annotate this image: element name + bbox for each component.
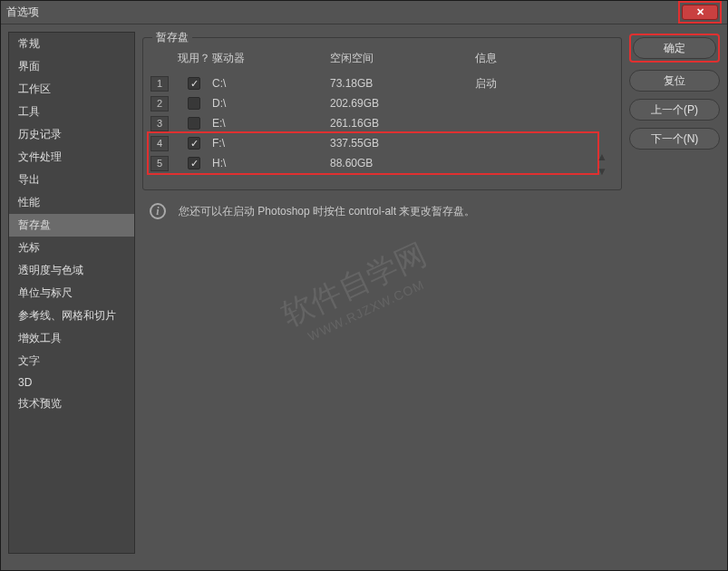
row-drive: E:\ [212,117,330,130]
sidebar-item-performance[interactable]: 性能 [9,191,134,214]
sidebar-item-tools[interactable]: 工具 [9,101,134,123]
reset-button[interactable]: 复位 [629,70,720,92]
ok-highlight: 确定 [629,34,720,63]
window-title: 首选项 [6,5,678,20]
ok-button[interactable]: 确定 [633,37,716,59]
table-header: 现用？ 驱动器 空闲空间 信息 [150,47,614,73]
row-checkbox[interactable] [188,117,200,130]
info-icon: i [150,203,166,219]
table-row[interactable]: 1 C:\ 73.18GB 启动 [150,73,614,93]
row-free: 73.18GB [330,77,475,90]
table-row[interactable]: 2 D:\ 202.69GB [150,93,614,113]
row-free: 261.16GB [330,117,475,130]
hint-text: 您还可以在启动 Photoshop 时按住 control-alt 来更改暂存盘… [179,204,475,219]
sidebar-item-workspace[interactable]: 工作区 [9,78,134,101]
row-drive: F:\ [212,137,330,150]
row-index: 2 [150,96,169,111]
close-button[interactable] [682,5,718,20]
sidebar-item-transparency[interactable]: 透明度与色域 [9,259,134,282]
row-drive: D:\ [212,97,330,110]
sidebar-item-plugins[interactable]: 增效工具 [9,327,134,350]
col-active: 现用？ [176,51,212,66]
sidebar-item-export[interactable]: 导出 [9,169,134,191]
titlebar: 首选项 [1,1,727,24]
sidebar-item-general[interactable]: 常规 [9,33,134,55]
watermark: 软件自学网 WWW.RJZXW.COM [271,231,488,448]
row-drive: C:\ [212,77,330,90]
content-area: 暂存盘 现用？ 驱动器 空闲空间 信息 1 [135,32,629,554]
row-drive: H:\ [212,157,330,169]
sidebar-item-history[interactable]: 历史记录 [9,123,134,146]
row-free: 202.69GB [330,97,475,110]
sidebar-item-cursors[interactable]: 光标 [9,237,134,259]
row-checkbox[interactable] [188,157,200,169]
button-panel: 确定 复位 上一个(P) 下一个(N) [629,32,720,554]
col-free: 空闲空间 [330,51,475,66]
row-index: 4 [150,136,169,151]
sidebar-item-units[interactable]: 单位与标尺 [9,282,134,305]
sidebar-item-guides[interactable]: 参考线、网格和切片 [9,305,134,327]
sidebar-item-3d[interactable]: 3D [9,373,134,392]
hint-line: i 您还可以在启动 Photoshop 时按住 control-alt 来更改暂… [142,203,622,219]
row-checkbox[interactable] [188,137,200,150]
window-body: 常规 界面 工作区 工具 历史记录 文件处理 导出 性能 暂存盘 光标 透明度与… [1,24,727,570]
table-row[interactable]: 4 F:\ 337.55GB [150,133,614,153]
sidebar-item-interface[interactable]: 界面 [9,55,134,78]
row-free: 88.60GB [330,157,475,169]
table-rows: 1 C:\ 73.18GB 启动 2 D:\ 202.69GB [150,73,614,173]
sidebar-item-scratchdisks[interactable]: 暂存盘 [9,214,134,237]
row-index: 3 [150,116,169,131]
col-info: 信息 [475,51,614,66]
move-up-button[interactable]: ▲ [594,150,610,163]
fieldset-legend: 暂存盘 [152,30,192,45]
row-checkbox[interactable] [188,97,200,110]
prev-button[interactable]: 上一个(P) [629,99,720,121]
table-row[interactable]: 3 E:\ 261.16GB [150,113,614,133]
table-row[interactable]: 5 H:\ 88.60GB [150,153,614,173]
scratch-table: 现用？ 驱动器 空闲空间 信息 1 C:\ 73.18GB 启动 [150,47,614,173]
reorder-arrows: ▲ ▼ [594,150,610,178]
sidebar-item-techpreview[interactable]: 技术预览 [9,392,134,415]
sidebar: 常规 界面 工作区 工具 历史记录 文件处理 导出 性能 暂存盘 光标 透明度与… [8,32,135,554]
sidebar-item-filehandling[interactable]: 文件处理 [9,146,134,169]
row-index: 1 [150,76,169,92]
move-down-button[interactable]: ▼ [594,165,610,178]
close-highlight [678,1,722,24]
row-info: 启动 [475,76,614,92]
row-checkbox[interactable] [188,77,200,90]
row-free: 337.55GB [330,137,475,150]
preferences-window: 首选项 常规 界面 工作区 工具 历史记录 文件处理 导出 性能 暂存盘 光标 … [0,0,728,571]
sidebar-item-type[interactable]: 文字 [9,350,134,373]
row-index: 5 [150,156,169,171]
scratch-fieldset: 暂存盘 现用？ 驱动器 空闲空间 信息 1 [142,37,622,190]
col-drive: 驱动器 [212,51,330,66]
next-button[interactable]: 下一个(N) [629,128,720,150]
